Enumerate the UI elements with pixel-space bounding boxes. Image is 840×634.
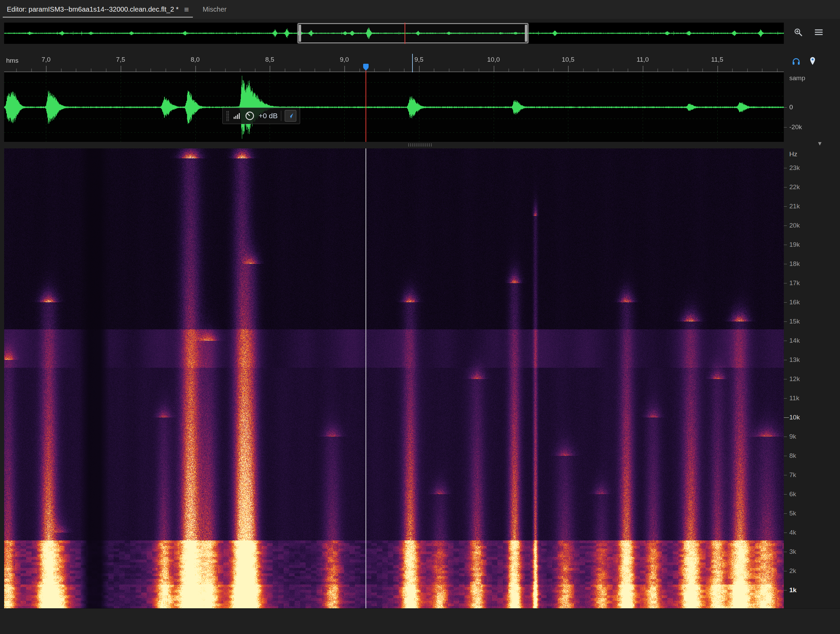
- frequency-label: 5k: [789, 510, 796, 517]
- frequency-label: 4k: [789, 529, 796, 536]
- frequency-tick: [784, 302, 787, 303]
- mischer-tab-label: Mischer: [202, 5, 226, 13]
- frequency-label: 17k: [789, 279, 800, 287]
- volume-knob-icon[interactable]: [244, 110, 255, 121]
- overview-toolbar: [792, 26, 825, 38]
- timeline-marker-line: [412, 54, 413, 72]
- headphones-icon: [791, 56, 801, 66]
- frequency-tick: [784, 360, 787, 360]
- frequency-tick: [784, 321, 787, 322]
- editor-list-button[interactable]: [813, 26, 825, 38]
- ruler-toolbar: [790, 55, 819, 67]
- frequency-label: 12k: [789, 375, 800, 383]
- frequency-label: 10k: [789, 414, 800, 421]
- frequency-tick: [784, 168, 787, 168]
- hud-separator: [281, 111, 281, 121]
- frequency-label: 21k: [789, 202, 800, 210]
- tab-mischer[interactable]: Mischer: [196, 0, 233, 19]
- frequency-tick: [784, 456, 787, 456]
- zoom-navigate-button[interactable]: [792, 26, 804, 38]
- selection-handle-right[interactable]: [525, 25, 527, 42]
- hud-grip-handle[interactable]: [226, 111, 229, 121]
- frequency-tick: [784, 341, 787, 341]
- navigate-zoom-icon: [793, 27, 803, 37]
- frequency-label: 14k: [789, 337, 800, 345]
- frequency-tick: [784, 206, 787, 207]
- frequency-label: 19k: [789, 241, 800, 248]
- timeline-unit-label: hms: [6, 57, 19, 65]
- frequency-label: 16k: [789, 299, 800, 306]
- frequency-label: 23k: [789, 164, 800, 172]
- panel-tab-bar: Editor: paramISM3--bm6aa1s14--32000.clea…: [0, 0, 840, 19]
- frequency-tick: [784, 513, 787, 514]
- timeline-ruler[interactable]: [4, 53, 784, 72]
- amplitude-neg-label: -20k: [789, 123, 802, 131]
- hud-gain-value: +0 dB: [259, 112, 278, 120]
- playhead-handle[interactable]: [363, 64, 369, 68]
- amplitude-zero-label: 0: [789, 103, 793, 111]
- frequency-tick: [784, 283, 787, 283]
- frequency-label: 22k: [789, 183, 800, 191]
- frequency-label: 3k: [789, 548, 796, 555]
- spectrogram-display[interactable]: [4, 149, 784, 608]
- pin-icon: [807, 56, 818, 66]
- frequency-label: 6k: [789, 490, 796, 498]
- frequency-label: 1k: [789, 587, 796, 594]
- frequency-tick: [784, 379, 787, 379]
- hud-pin-button[interactable]: [285, 110, 296, 122]
- frequency-tick: [784, 264, 787, 264]
- frequency-label: 9k: [789, 433, 796, 440]
- frequency-unit-label: Hz: [789, 150, 797, 158]
- collapse-arrow-icon[interactable]: ▾: [818, 139, 821, 147]
- playhead-line-waveform: [366, 68, 366, 142]
- frequency-label: 18k: [789, 260, 800, 268]
- selection-handle-left[interactable]: [299, 25, 301, 42]
- frequency-tick: [784, 494, 787, 495]
- list-icon: [814, 27, 824, 37]
- amplitude-ruler[interactable]: samp 0 -20k: [784, 72, 840, 142]
- frequency-tick: [784, 436, 787, 437]
- frequency-label: 8k: [789, 452, 796, 460]
- frequency-tick: [784, 475, 787, 475]
- panel-menu-icon[interactable]: ≡: [184, 5, 189, 14]
- transport-bar: 0:09.145: [0, 608, 840, 634]
- frequency-label: 15k: [789, 318, 800, 325]
- frequency-label: 20k: [789, 222, 800, 229]
- frequency-tick: [784, 533, 787, 533]
- panel-splitter-handle[interactable]: [408, 143, 432, 147]
- editor-tab-label: Editor: paramISM3--bm6aa1s14--32000.clea…: [7, 5, 178, 13]
- meter-bars-icon: [233, 112, 241, 120]
- overview-playhead-line: [404, 23, 405, 44]
- pin-playhead-button[interactable]: [807, 55, 819, 67]
- frequency-label: 11k: [789, 394, 799, 402]
- playhead-line-spectrogram: [366, 149, 366, 608]
- frequency-label: 13k: [789, 356, 800, 364]
- waveform-display[interactable]: [4, 72, 784, 142]
- frequency-label: 7k: [789, 471, 796, 479]
- launch-icon: [287, 112, 294, 120]
- frequency-label: 2k: [789, 567, 796, 575]
- amplitude-unit-label: samp: [789, 74, 805, 82]
- frequency-ruler[interactable]: Hz 23k22k21k20k19k18k17k16k15k14k13k12k1…: [784, 149, 840, 608]
- frequency-tick: [784, 398, 787, 398]
- tab-editor[interactable]: Editor: paramISM3--bm6aa1s14--32000.clea…: [0, 0, 196, 19]
- frequency-tick: [784, 245, 787, 245]
- frequency-tick: [784, 226, 787, 226]
- monitor-headphones-button[interactable]: [790, 55, 802, 67]
- frequency-tick: [784, 552, 787, 552]
- overview-selection-box[interactable]: [298, 23, 528, 43]
- frequency-tick: [784, 571, 787, 571]
- gain-hud[interactable]: +0 dB: [222, 108, 300, 124]
- frequency-tick: [784, 417, 789, 418]
